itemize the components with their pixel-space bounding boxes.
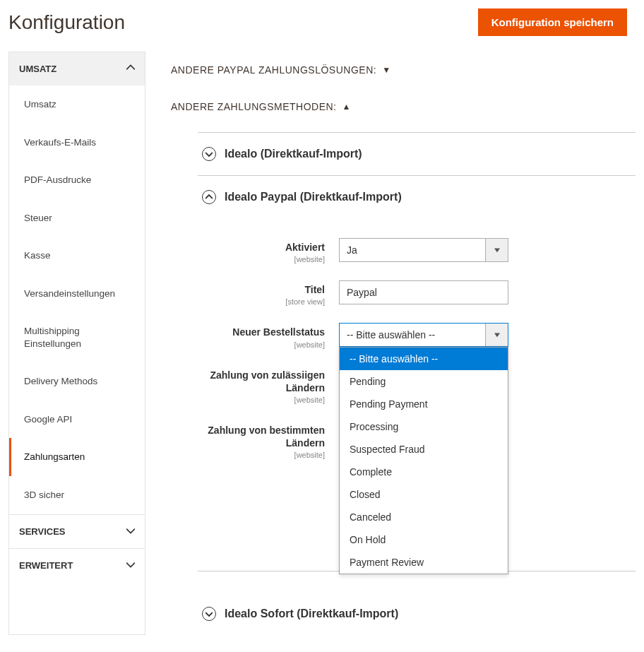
dropdown-bestellstatus: -- Bitte auswählen -- Pending Pending Pa… xyxy=(339,347,508,574)
sidebar: UMSATZ Umsatz Verkaufs-E-Mails PDF-Ausdr… xyxy=(8,52,145,635)
scope-bestimmte: [website] xyxy=(205,451,325,459)
triangle-down-icon: ▼ xyxy=(382,65,390,75)
select-aktiviert[interactable]: Ja xyxy=(339,238,508,262)
sidebar-item-umsatz[interactable]: Umsatz xyxy=(9,85,145,124)
sidebar-items: Umsatz Verkaufs-E-Mails PDF-Ausdrucke St… xyxy=(9,85,145,514)
dropdown-option[interactable]: Complete xyxy=(340,461,508,483)
input-titel[interactable] xyxy=(339,280,508,304)
sidebar-item-multishipping[interactable]: Multishipping Einstellungen xyxy=(9,312,145,362)
sidebar-group-label: UMSATZ xyxy=(19,64,56,74)
section-paypal-solutions[interactable]: ANDERE PAYPAL ZAHLUNGSLÖSUNGEN: ▼ xyxy=(171,52,636,88)
sidebar-item-3d-sicher[interactable]: 3D sicher xyxy=(9,476,145,514)
save-config-button[interactable]: Konfiguration speichern xyxy=(478,8,627,36)
select-value: Ja xyxy=(347,244,357,256)
dropdown-option[interactable]: Processing xyxy=(340,415,508,438)
sidebar-group-services[interactable]: SERVICES xyxy=(9,514,145,548)
label-zulaessige: Zahlung von zulässiigen Ländern xyxy=(210,369,325,393)
accordion-title: Idealo Paypal (Direktkauf-Import) xyxy=(225,191,402,203)
sidebar-item-zahlungsarten[interactable]: Zahlungsarten xyxy=(9,438,145,476)
dropdown-option[interactable]: Closed xyxy=(340,483,508,506)
collapse-icon xyxy=(202,147,216,161)
accordion-idealo-sofort[interactable]: Idealo Sofort (Direktkauf-Import) xyxy=(198,593,636,635)
sidebar-item-google-api[interactable]: Google API xyxy=(9,401,145,439)
accordion-title: Idealo Sofort (Direktkauf-Import) xyxy=(225,607,398,620)
label-bestimmte: Zahlung von bestimmten Ländern xyxy=(208,425,325,449)
field-titel: Titel [store view] xyxy=(205,280,628,306)
sidebar-item-steuer[interactable]: Steuer xyxy=(9,199,145,237)
accordion-idealo-paypal[interactable]: Idealo Paypal (Direktkauf-Import) xyxy=(198,176,636,218)
expand-icon xyxy=(202,190,216,204)
main-content: ANDERE PAYPAL ZAHLUNGSLÖSUNGEN: ▼ ANDERE… xyxy=(145,52,636,635)
dropdown-arrow-icon xyxy=(485,324,508,346)
field-aktiviert: Aktiviert [website] Ja xyxy=(205,238,628,263)
sidebar-group-label: SERVICES xyxy=(19,526,66,537)
label-bestellstatus: Neuer Bestellstatus xyxy=(232,326,325,338)
sidebar-item-kasse[interactable]: Kasse xyxy=(9,237,145,275)
chevron-up-icon xyxy=(126,64,135,74)
triangle-up-icon: ▲ xyxy=(342,102,350,112)
chevron-down-icon xyxy=(126,560,135,571)
page-header: Konfiguration Konfiguration speichern xyxy=(0,0,644,45)
svg-marker-0 xyxy=(494,249,500,253)
section-other-methods[interactable]: ANDERE ZAHLUNGSMETHODEN: ▲ xyxy=(171,88,636,125)
chevron-down-icon xyxy=(126,526,135,537)
select-value: -- Bitte auswählen -- xyxy=(347,329,435,340)
sidebar-group-umsatz[interactable]: UMSATZ xyxy=(9,52,145,85)
section-label: ANDERE PAYPAL ZAHLUNGSLÖSUNGEN: xyxy=(171,64,376,76)
section-label: ANDERE ZAHLUNGSMETHODEN: xyxy=(171,101,336,112)
accordion-idealo[interactable]: Idealo (Direktkauf-Import) xyxy=(198,132,636,176)
dropdown-option[interactable]: Canceled xyxy=(340,506,508,528)
sidebar-item-delivery-methods[interactable]: Delivery Methods xyxy=(9,362,145,401)
sidebar-group-label: ERWEITERT xyxy=(19,560,73,571)
dropdown-option[interactable]: On Hold xyxy=(340,528,508,551)
sidebar-item-verkaufs-emails[interactable]: Verkaufs-E-Mails xyxy=(9,124,145,162)
accordion-title: Idealo (Direktkauf-Import) xyxy=(225,148,362,160)
sidebar-item-versandeinstellungen[interactable]: Versandeinstellungen xyxy=(9,275,145,313)
sidebar-group-erweitert[interactable]: ERWEITERT xyxy=(9,548,145,582)
page-title: Konfiguration xyxy=(8,11,125,34)
svg-marker-1 xyxy=(494,333,500,338)
label-aktiviert: Aktiviert xyxy=(285,242,325,253)
dropdown-option[interactable]: Pending xyxy=(340,370,508,393)
dropdown-option[interactable]: Payment Review xyxy=(340,551,508,574)
scope-aktiviert: [website] xyxy=(205,255,325,263)
label-titel: Titel xyxy=(304,284,325,295)
dropdown-arrow-icon xyxy=(485,239,508,261)
select-bestellstatus[interactable]: -- Bitte auswählen -- xyxy=(339,323,508,347)
collapse-icon xyxy=(202,607,216,621)
scope-bestellstatus: [website] xyxy=(205,340,325,349)
dropdown-option[interactable]: Suspected Fraud xyxy=(340,438,508,461)
sidebar-item-pdf-ausdrucke[interactable]: PDF-Ausdrucke xyxy=(9,161,145,199)
scope-titel: [store view] xyxy=(205,297,325,306)
scope-zulaessige: [website] xyxy=(205,396,325,404)
dropdown-option[interactable]: Pending Payment xyxy=(340,393,508,415)
dropdown-option[interactable]: -- Bitte auswählen -- xyxy=(340,348,508,370)
field-bestellstatus: Neuer Bestellstatus [website] -- Bitte a… xyxy=(205,323,628,348)
form-idealo-paypal: Aktiviert [website] Ja Tit xyxy=(198,218,636,571)
